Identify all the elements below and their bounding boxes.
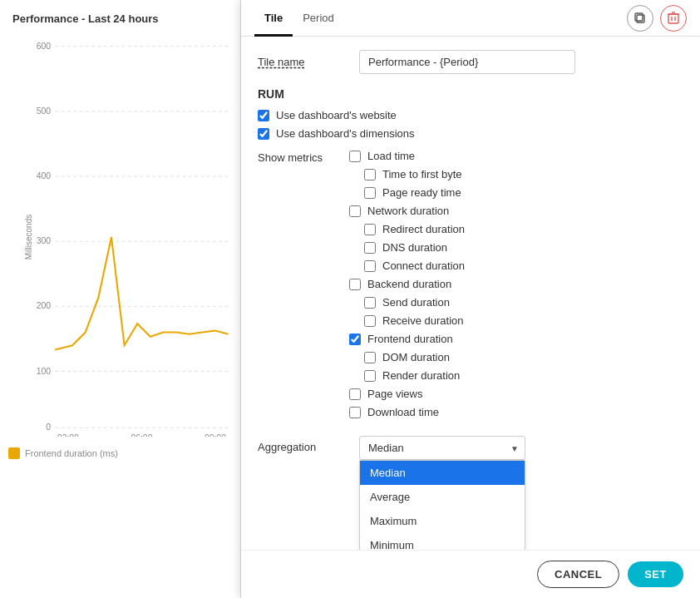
metric-label-6: Connect duration [382,259,465,272]
metric-row-13: Page views [349,388,465,400]
metric-label-11: DOM duration [382,351,450,363]
tab-period[interactable]: Period [293,0,344,37]
metric-label-0: Load time [367,150,415,162]
svg-text:600: 600 [37,42,52,51]
svg-text:0: 0 [46,423,51,432]
svg-text:300: 300 [37,236,52,245]
metric-label-10: Frontend duration [367,333,453,345]
metric-checkbox-7[interactable] [349,279,361,290]
metric-row-11: DOM duration [364,351,465,363]
svg-text:03:00: 03:00 [57,433,79,437]
metric-label-13: Page views [367,388,422,400]
metric-checkbox-3[interactable] [349,205,361,217]
chart-svg: 600 500 400 300 200 100 0 03:00 06:00 09… [29,37,237,437]
metric-checkbox-0[interactable] [349,151,361,162]
tab-actions [627,5,687,32]
metric-row-8: Send duration [364,296,465,309]
modal-panel: Tile Period Tile na [241,0,700,598]
metric-label-9: Receive duration [382,314,464,327]
tile-name-label: Tile name [258,56,349,68]
delete-button[interactable] [660,5,687,32]
legend-icon [8,447,20,459]
chart-container: Milliseconds 600 500 400 300 200 100 0 0… [29,37,237,437]
aggregation-label: Aggregation [258,436,349,453]
checkbox-use-dimensions-label: Use dashboard's dimensions [276,127,415,140]
checkbox-use-dimensions-input[interactable] [258,128,269,140]
tile-name-input[interactable] [359,50,575,74]
metric-checkbox-12[interactable] [364,370,376,382]
tab-tile[interactable]: Tile [254,0,293,37]
metric-row-12: Render duration [364,369,465,382]
metric-row-7: Backend duration [349,278,465,290]
y-axis-label: Milliseconds [24,215,33,259]
metric-checkbox-8[interactable] [364,297,376,309]
rum-heading: RUM [258,87,683,101]
metrics-area: Show metrics Load timeTime to first byte… [258,150,683,424]
metric-row-10: Frontend duration [349,333,465,345]
metric-label-12: Render duration [382,369,460,382]
svg-text:09:00: 09:00 [205,433,226,437]
metric-checkbox-5[interactable] [364,242,376,254]
metric-row-14: Download time [349,406,465,418]
metric-label-7: Backend duration [367,278,451,290]
dropdown-item-average[interactable]: Average [360,485,525,509]
checkbox-use-website-label: Use dashboard's website [276,109,397,121]
metric-row-4: Redirect duration [364,223,465,235]
metric-checkbox-14[interactable] [349,407,361,418]
metric-label-14: Download time [367,406,439,418]
chart-title: Performance - Last 24 hours [0,0,240,33]
show-metrics-label: Show metrics [258,150,349,424]
metrics-list: Load timeTime to first bytePage ready ti… [349,150,465,424]
metric-label-8: Send duration [382,296,450,309]
metric-checkbox-2[interactable] [364,187,376,199]
modal-footer: CANCEL SET [241,550,700,598]
svg-text:100: 100 [37,367,52,376]
metric-row-0: Load time [349,150,465,162]
metric-label-2: Page ready time [382,186,461,199]
metric-checkbox-1[interactable] [364,169,376,180]
copy-button[interactable] [627,5,653,32]
metric-checkbox-10[interactable] [349,334,361,345]
aggregation-select[interactable]: Median Average Maximum Minimum [359,436,525,460]
legend-label: Frontend duration (ms) [25,448,118,458]
checkbox-use-website-input[interactable] [258,110,269,121]
rum-checkboxes: Use dashboard's website Use dashboard's … [258,109,683,140]
metric-checkbox-4[interactable] [364,224,376,235]
metric-label-5: DNS duration [382,241,447,254]
svg-text:200: 200 [37,301,52,310]
svg-rect-19 [668,14,678,23]
tab-bar: Tile Period [241,0,700,37]
svg-text:06:00: 06:00 [131,433,152,437]
metric-label-3: Network duration [367,205,449,217]
modal-content: Tile name RUM Use dashboard's website Us… [241,37,700,550]
metric-checkbox-9[interactable] [364,315,376,327]
checkbox-use-website: Use dashboard's website [258,109,683,121]
checkbox-use-dimensions: Use dashboard's dimensions [258,127,683,140]
dropdown-item-median[interactable]: Median [360,461,525,485]
metric-row-1: Time to first byte [364,168,465,180]
metric-row-9: Receive duration [364,314,465,327]
metric-row-5: DNS duration [364,241,465,254]
cancel-button[interactable]: CANCEL [537,561,619,588]
aggregation-select-wrapper: Median Average Maximum Minimum ▼ Median … [359,436,525,460]
aggregation-dropdown: Median Average Maximum Minimum [359,460,525,550]
aggregation-row: Aggregation Median Average Maximum Minim… [258,436,683,460]
metric-row-2: Page ready time [364,186,465,199]
chart-legend: Frontend duration (ms) [0,441,240,466]
metric-row-6: Connect duration [364,259,465,272]
metric-checkbox-6[interactable] [364,260,376,272]
dropdown-item-minimum[interactable]: Minimum [360,533,525,550]
set-button[interactable]: SET [628,561,683,587]
chart-panel: Performance - Last 24 hours Milliseconds… [0,0,241,598]
metric-label-1: Time to first byte [382,168,462,180]
metric-row-3: Network duration [349,205,465,217]
dropdown-item-maximum[interactable]: Maximum [360,509,525,533]
svg-text:400: 400 [37,171,52,180]
svg-text:500: 500 [37,106,52,116]
metric-checkbox-13[interactable] [349,388,361,400]
tile-name-row: Tile name [258,50,683,74]
metric-checkbox-11[interactable] [364,352,376,363]
metric-label-4: Redirect duration [382,223,465,235]
rum-section: RUM Use dashboard's website Use dashboar… [258,87,683,140]
